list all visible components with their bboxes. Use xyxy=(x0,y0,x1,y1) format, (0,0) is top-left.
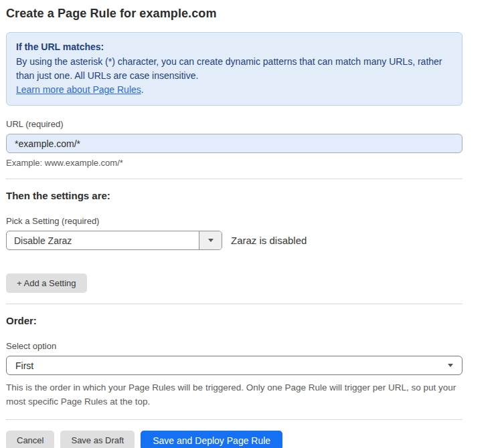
order-section-heading: Order: xyxy=(6,315,463,326)
settings-section-heading: Then the settings are: xyxy=(6,190,463,201)
order-select-value: First xyxy=(15,360,33,371)
chevron-down-icon xyxy=(448,364,453,367)
info-box-link-row: Learn more about Page Rules. xyxy=(16,83,452,97)
form-actions: Cancel Save as Draft Save and Deploy Pag… xyxy=(6,431,463,448)
order-help-text: This is the order in which your Page Rul… xyxy=(6,380,463,409)
divider xyxy=(6,304,463,304)
setting-dropdown-arrow-button[interactable] xyxy=(199,231,222,249)
setting-status-text: Zaraz is disabled xyxy=(231,235,307,246)
setting-dropdown[interactable]: Disable Zaraz xyxy=(6,231,222,250)
setting-dropdown-value: Disable Zaraz xyxy=(7,231,199,249)
pick-setting-label: Pick a Setting (required) xyxy=(6,216,463,226)
order-select-label: Select option xyxy=(6,341,463,351)
order-select[interactable]: First xyxy=(6,356,463,375)
link-period: . xyxy=(141,84,144,95)
url-label: URL (required) xyxy=(6,119,463,129)
chevron-down-icon xyxy=(208,239,214,242)
create-page-rule-form: Create a Page Rule for example.com If th… xyxy=(0,0,502,448)
add-setting-button[interactable]: + Add a Setting xyxy=(6,273,87,293)
divider xyxy=(6,179,463,179)
cancel-button[interactable]: Cancel xyxy=(6,431,54,448)
url-match-info-box: If the URL matches: By using the asteris… xyxy=(6,32,463,106)
save-as-draft-button[interactable]: Save as Draft xyxy=(60,431,135,448)
divider xyxy=(6,419,463,420)
info-box-body: By using the asterisk (*) character, you… xyxy=(16,55,444,83)
setting-row: Disable Zaraz Zaraz is disabled xyxy=(6,231,463,250)
info-box-heading: If the URL matches: xyxy=(16,40,452,54)
url-input[interactable] xyxy=(6,134,463,153)
learn-more-page-rules-link[interactable]: Learn more about Page Rules xyxy=(16,84,141,95)
save-and-deploy-button[interactable]: Save and Deploy Page Rule xyxy=(141,431,282,448)
page-title: Create a Page Rule for example.com xyxy=(6,7,463,21)
url-example-hint: Example: www.example.com/* xyxy=(6,158,463,168)
